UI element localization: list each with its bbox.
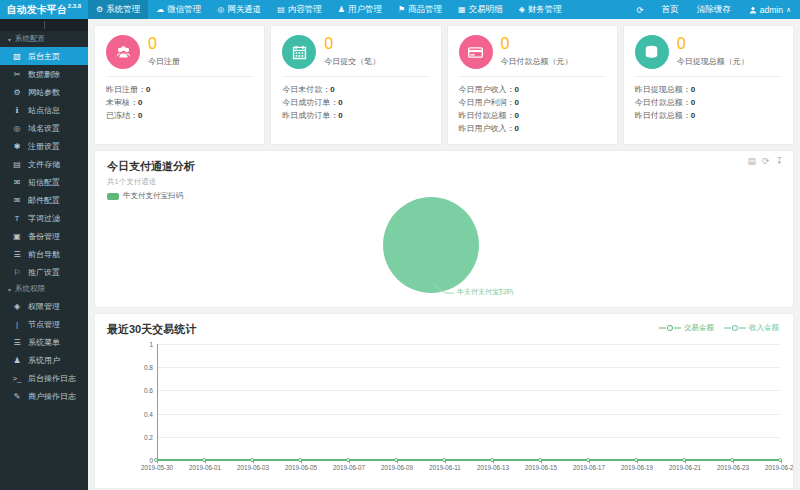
sidebar-item-2-5[interactable]: >_后台操作日志	[0, 369, 88, 387]
top-menu-item-5[interactable]: ♟用户管理	[330, 0, 390, 19]
top-menu-item-1[interactable]: ⚙系统管理	[88, 0, 148, 19]
legend-item-2[interactable]: 收入金额	[724, 323, 779, 333]
top-menu-item-6[interactable]: ⚑商品管理	[390, 0, 450, 19]
caret-down-icon: ▾	[8, 36, 11, 43]
stat-card-4: 0今日提现总额（元）昨日提现总额：0今日付款总额：0昨日付款总额：0	[623, 25, 794, 145]
sidebar-item-1-13[interactable]: ⚐推广设置	[0, 263, 88, 281]
sidebar-item-1-8[interactable]: ✉短信配置	[0, 173, 88, 191]
sidebar-item-1-12[interactable]: ☰前台导航	[0, 245, 88, 263]
storage-icon: ▤	[12, 160, 22, 169]
sidebar-item-1-5[interactable]: ◎域名设置	[0, 119, 88, 137]
data-point[interactable]	[682, 458, 686, 462]
sidebar-item-label: 推广设置	[28, 267, 60, 278]
data-point[interactable]	[586, 458, 590, 462]
sidebar-item-2-4[interactable]: ♟系统用户	[0, 351, 88, 369]
x-axis-label: 2019-06-25	[753, 464, 794, 471]
sidebar-item-2-3[interactable]: ☰系统菜单	[0, 333, 88, 351]
sidebar-item-1-9[interactable]: ✉邮件配置	[0, 191, 88, 209]
data-point[interactable]	[250, 458, 254, 462]
app-brand[interactable]: 自动发卡平台2.3.8	[0, 3, 88, 17]
data-point[interactable]	[346, 458, 350, 462]
admin-log-icon: >_	[12, 374, 22, 383]
line-chart-panel: 最近30天交易统计 交易金额收入金额 10.80.60.40.202019-05…	[94, 313, 794, 489]
data-point[interactable]	[202, 458, 206, 462]
data-point[interactable]	[298, 458, 302, 462]
sidebar-item-label: 商户操作日志	[28, 391, 76, 402]
sidebar-item-1-2[interactable]: ✂数据删除	[0, 65, 88, 83]
sidebar-item-1-10[interactable]: T字词过滤	[0, 209, 88, 227]
permission-icon: ◈	[12, 302, 22, 311]
data-point[interactable]	[394, 458, 398, 462]
card-stat-row: 今日成功订单：0	[282, 96, 429, 109]
wechat-icon: ☁	[156, 5, 164, 14]
top-menu-item-4[interactable]: ▤内容管理	[269, 0, 330, 19]
app-title: 自动发卡平台	[7, 4, 67, 15]
top-menu-item-2[interactable]: ☁微信管理	[148, 0, 209, 19]
sidebar-item-2-2[interactable]: |节点管理	[0, 315, 88, 333]
sidebar-item-1-6[interactable]: ✱注册设置	[0, 137, 88, 155]
caret-down-icon: ▾	[8, 286, 11, 293]
y-axis	[157, 344, 158, 461]
sidebar-item-1-1[interactable]: ▧后台主页	[0, 47, 88, 65]
save-image-icon[interactable]: ↧	[775, 156, 783, 166]
y-axis-label: 0.8	[144, 364, 153, 371]
sidebar-item-2-1[interactable]: ◈权限管理	[0, 297, 88, 315]
top-menu-label: 商品管理	[408, 4, 442, 16]
top-menu-label: 内容管理	[288, 4, 322, 16]
restore-icon[interactable]: ⟳	[762, 156, 770, 166]
menu-icon: ☰	[12, 338, 22, 347]
sidebar-item-label: 邮件配置	[28, 195, 60, 206]
data-point[interactable]	[634, 458, 638, 462]
legend-label: 交易金额	[684, 323, 714, 333]
data-point[interactable]	[442, 458, 446, 462]
home-link[interactable]: 首页	[653, 4, 688, 16]
sidebar-item-1-4[interactable]: ℹ站点信息	[0, 101, 88, 119]
legend-marker-icon	[724, 324, 746, 332]
sidebar-item-1-7[interactable]: ▤文件存储	[0, 155, 88, 173]
top-menu-label: 系统管理	[106, 4, 140, 16]
top-menu-item-8[interactable]: ◈财务管理	[511, 0, 570, 19]
sms-icon: ✉	[12, 178, 22, 187]
legend-item-1[interactable]: 交易金额	[659, 323, 714, 333]
data-point[interactable]	[490, 458, 494, 462]
sidebar-section-2[interactable]: ▾系统权限	[0, 281, 88, 297]
sidebar-item-1-3[interactable]: ⚙网站参数	[0, 83, 88, 101]
sidebar-collapse-handle[interactable]	[0, 19, 88, 31]
top-menu-item-3[interactable]: ◎网关通道	[209, 0, 269, 19]
card-stat-row: 未审核：0	[106, 96, 253, 109]
card-label: 今日提交（笔）	[324, 56, 380, 67]
dashboard-icon: ▧	[12, 52, 22, 61]
sidebar-item-label: 数据删除	[28, 69, 60, 80]
gridline	[157, 390, 781, 391]
pie-slice[interactable]	[383, 197, 479, 293]
card-value: 0	[148, 35, 180, 53]
chevron-up-icon: ∧	[786, 6, 791, 14]
top-menu-item-7[interactable]: ▦交易明细	[450, 0, 511, 19]
refresh-icon[interactable]: ⟳	[628, 5, 653, 15]
sidebar-section-1[interactable]: ▾系统配置	[0, 31, 88, 47]
sidebar-item-label: 短信配置	[28, 177, 60, 188]
y-axis-label: 0	[149, 457, 153, 464]
clear-cache-link[interactable]: 清除缓存	[688, 4, 740, 16]
sidebar-item-1-11[interactable]: ▣备份管理	[0, 227, 88, 245]
sidebar-item-label: 文件存储	[28, 159, 60, 170]
card-stat-row: 昨日注册：0	[106, 83, 253, 96]
sidebar-item-label: 字词过滤	[28, 213, 60, 224]
sidebar-item-label: 前台导航	[28, 249, 60, 260]
card-label: 今日注册	[148, 56, 180, 67]
card-label: 今日提现总额（元）	[677, 56, 749, 67]
sidebar-item-2-6[interactable]: ✎商户操作日志	[0, 387, 88, 405]
data-point[interactable]	[154, 458, 158, 462]
data-point[interactable]	[538, 458, 542, 462]
chart-toolbox: ▤⟳↧	[747, 156, 783, 166]
data-point[interactable]	[730, 458, 734, 462]
sidebar-item-label: 网站参数	[28, 87, 60, 98]
data-point[interactable]	[778, 458, 782, 462]
card-value: 0	[677, 35, 749, 53]
finance-icon: ◈	[519, 5, 525, 14]
site-info-icon: ℹ	[12, 106, 22, 115]
data-view-icon[interactable]: ▤	[747, 156, 756, 166]
card-stat-row: 昨日提现总额：0	[635, 83, 782, 96]
user-menu[interactable]: admin ∧	[740, 5, 800, 15]
app-version: 2.3.8	[68, 3, 81, 9]
